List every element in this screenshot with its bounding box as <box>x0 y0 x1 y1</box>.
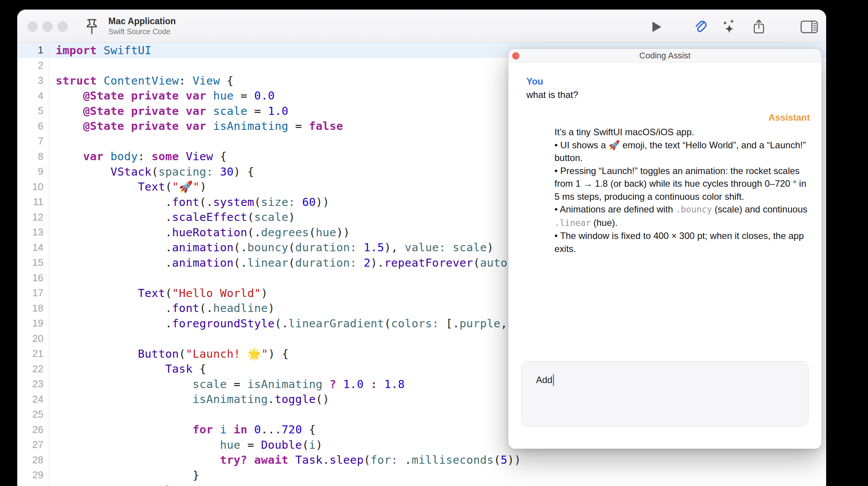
line-number: 1 <box>17 44 49 56</box>
code-text: .font(.headline) <box>49 302 275 315</box>
assist-panel-title: Coding Assist <box>508 49 822 62</box>
line-number: 11 <box>17 196 49 208</box>
line-number: 30 <box>17 484 49 486</box>
code-text: VStack(spacing: 30) { <box>49 165 254 178</box>
line-number: 13 <box>17 226 49 238</box>
code-text: struct ContentView: View { <box>49 74 234 87</box>
code-line[interactable]: 30 } <box>17 483 826 486</box>
traffic-light-zoom[interactable] <box>58 22 68 32</box>
line-number: 9 <box>17 166 49 177</box>
line-number: 24 <box>17 393 49 405</box>
code-text: } <box>49 484 172 486</box>
window-subtitle: Swift Source Code <box>108 27 176 36</box>
traffic-light-close[interactable] <box>28 22 38 32</box>
coding-assist-panel: Coding Assist Youwhat is that?AssistantI… <box>508 49 822 449</box>
traffic-light-minimize[interactable] <box>43 22 53 32</box>
line-number: 15 <box>17 257 49 269</box>
code-text: Text("Hello World") <box>49 287 268 300</box>
line-number: 28 <box>17 454 49 466</box>
line-number: 22 <box>17 363 49 375</box>
role-label-assistant: Assistant <box>526 112 810 123</box>
attach-button[interactable] <box>691 18 711 36</box>
code-text: .animation(.bouncy(duration: 1.5), value… <box>49 241 494 254</box>
line-number: 4 <box>17 90 49 102</box>
line-number: 25 <box>17 408 49 420</box>
line-number: 20 <box>17 333 49 345</box>
code-text: import SwiftUI <box>49 44 151 57</box>
line-number: 2 <box>17 60 49 71</box>
line-number: 16 <box>17 272 49 284</box>
line-number: 23 <box>17 378 49 390</box>
code-text: @State private var hue = 0.0 <box>49 89 275 102</box>
text-caret <box>553 374 554 386</box>
main-window: Mac Application Swift Source Code <box>17 10 826 486</box>
code-line[interactable]: 29 } <box>17 468 826 483</box>
line-number: 10 <box>17 181 49 193</box>
sidebar-icon <box>800 19 819 35</box>
line-number: 18 <box>17 302 49 314</box>
sparkles-icon <box>720 18 737 36</box>
line-number: 7 <box>17 135 49 147</box>
assistant-message-text: It’s a tiny SwiftUI macOS/iOS app.• UI s… <box>554 126 814 255</box>
line-number: 26 <box>17 424 49 436</box>
code-text: @State private var isAnimating = false <box>49 119 343 133</box>
panel-close-button[interactable] <box>512 52 519 60</box>
code-text: for i in 0...720 { <box>49 423 316 436</box>
code-text: .foregroundStyle(.linearGradient(colors:… <box>49 317 528 330</box>
code-text: Text("🚀") <box>49 180 207 193</box>
code-text: Button("Launch! 🌟") { <box>49 347 289 360</box>
screen: { "window": { "title": "Mac Application"… <box>0 0 868 486</box>
code-text: @State private var scale = 1.0 <box>49 104 289 118</box>
pin-icon <box>81 16 102 38</box>
sidebar-toggle-button[interactable] <box>799 18 819 36</box>
code-text: try? await Task.sleep(for: .milliseconds… <box>49 453 521 466</box>
message-user: Youwhat is that? <box>526 76 810 101</box>
code-text: Task { <box>49 362 206 375</box>
window-titlebar[interactable]: Mac Application Swift Source Code <box>17 10 826 43</box>
window-title: Mac Application <box>108 17 176 26</box>
line-number: 5 <box>17 105 49 117</box>
user-message-text: what is that? <box>526 89 810 101</box>
code-text: .scaleEffect(scale) <box>49 211 295 224</box>
code-line[interactable]: 28 try? await Task.sleep(for: .milliseco… <box>17 453 826 468</box>
line-number: 8 <box>17 151 49 163</box>
line-number: 21 <box>17 348 49 360</box>
share-button[interactable] <box>749 18 769 36</box>
chat-input[interactable]: Add <box>521 361 808 426</box>
window-title-block: Mac Application Swift Source Code <box>108 10 176 43</box>
code-text: hue = Double(i) <box>49 438 323 451</box>
chat-messages: Youwhat is that?AssistantIt’s a tiny Swi… <box>526 76 810 255</box>
line-number: 6 <box>17 120 49 132</box>
role-label-user: You <box>526 76 810 87</box>
assist-panel-titlebar[interactable]: Coding Assist <box>508 49 822 63</box>
ai-assist-button[interactable] <box>719 18 739 36</box>
line-number: 3 <box>17 75 49 86</box>
play-icon <box>648 19 664 35</box>
gutter-separator <box>49 43 49 486</box>
chat-input-value: Add <box>536 375 553 385</box>
line-number: 27 <box>17 439 49 451</box>
code-text: isAnimating.toggle() <box>49 393 329 406</box>
code-text: scale = isAnimating ? 1.0 : 1.8 <box>49 378 405 391</box>
code-text: var body: some View { <box>49 150 227 163</box>
run-button[interactable] <box>646 18 666 36</box>
code-text: .hueRotation(.degrees(hue)) <box>49 226 350 239</box>
paperclip-icon <box>692 18 710 36</box>
message-assistant: AssistantIt’s a tiny SwiftUI macOS/iOS a… <box>526 112 810 255</box>
line-number: 29 <box>17 469 49 481</box>
share-icon <box>750 18 768 36</box>
code-text: .font(.system(size: 60)) <box>49 196 329 209</box>
line-number: 17 <box>17 287 49 299</box>
line-number: 14 <box>17 242 49 254</box>
line-number: 19 <box>17 317 49 329</box>
code-text: .animation(.linear(duration: 2).repeatFo… <box>49 256 528 269</box>
code-text: } <box>49 469 199 482</box>
line-number: 12 <box>17 211 49 223</box>
